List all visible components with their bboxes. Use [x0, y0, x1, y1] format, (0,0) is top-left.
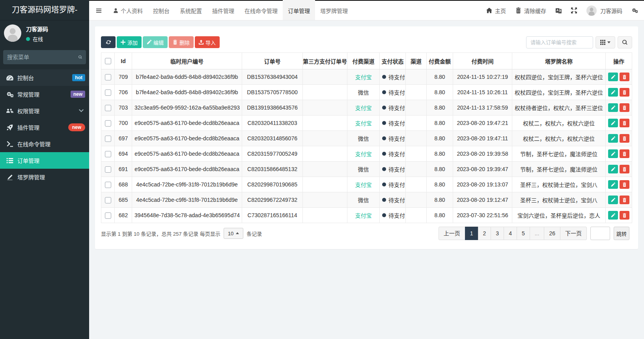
page-prev-link[interactable]: 上一页 [439, 227, 465, 240]
page-5-link[interactable]: 5 [517, 227, 530, 240]
table-row: 700e9ce0575-aa63-6170-bede-dcd8b26eaacaC… [101, 115, 632, 131]
sidebar-item-4[interactable]: 插件管理new [0, 119, 89, 136]
top-item-label: 清除缓存 [524, 7, 546, 15]
row-edit-button[interactable] [608, 149, 618, 158]
new-badge: new [71, 91, 85, 98]
tab-4[interactable]: 插件管理 [207, 1, 239, 20]
row-checkbox[interactable] [105, 166, 111, 173]
row-edit-button[interactable] [608, 165, 618, 173]
cell-tarot: 权杖待者逆位，权杖六，圣杯三逆位 [512, 100, 606, 115]
row-edit-button[interactable] [608, 88, 618, 97]
cell-user-no: e9ce0575-aa63-6170-bede-dcd8b26eaaca [132, 162, 242, 177]
language-switch[interactable] [551, 1, 566, 20]
row-checkbox[interactable] [105, 105, 111, 111]
row-delete-button[interactable] [620, 165, 629, 173]
row-delete-button[interactable] [620, 149, 629, 158]
row-checkbox[interactable] [105, 120, 111, 127]
tab-6[interactable]: 订单管理 [283, 0, 315, 20]
row-delete-button[interactable] [620, 134, 629, 143]
clear-cache-link[interactable]: 清除缓存 [511, 1, 551, 20]
sidebar-item-5[interactable]: 在线命令管理 [0, 136, 89, 152]
select-all-checkbox[interactable] [105, 58, 111, 64]
row-delete-button[interactable] [620, 103, 629, 112]
pagination: 上一页12345...26下一页 [439, 227, 587, 240]
row-edit-button[interactable] [608, 134, 618, 143]
tab-1[interactable]: 个人资料 [108, 1, 148, 20]
page-size-dropdown[interactable]: 10 [224, 228, 243, 239]
columns-dropdown-button[interactable] [595, 36, 615, 48]
tab-5[interactable]: 在线命令管理 [239, 1, 283, 20]
sidebar-item-2[interactable]: 常规管理new [0, 86, 89, 102]
page-ellipsis-link[interactable]: ... [530, 227, 545, 240]
edit-button[interactable]: 编辑 [143, 36, 168, 48]
hamburger-menu-icon[interactable] [89, 1, 108, 20]
sidebar-item-6[interactable]: 订单管理 [0, 152, 89, 169]
row-edit-button[interactable] [608, 180, 618, 189]
cell-amount: 8.80 [427, 131, 453, 146]
row-delete-button[interactable] [620, 196, 629, 204]
row-edit-button[interactable] [608, 119, 618, 127]
row-checkbox[interactable] [105, 212, 111, 219]
tab-3[interactable]: 系统配置 [175, 1, 207, 20]
sidebar-search-input[interactable] [7, 54, 78, 60]
cell-user-no: e9ce0575-aa63-6170-bede-dcd8b26eaaca [132, 131, 242, 146]
row-edit-button[interactable] [608, 211, 618, 220]
app-logo[interactable]: 刀客源码网塔罗牌- [0, 0, 89, 20]
settings-menu[interactable] [627, 1, 638, 20]
row-delete-button[interactable] [620, 119, 629, 127]
delete-button[interactable]: 删除 [169, 36, 194, 48]
sidebar-item-label: 权限管理 [17, 107, 39, 115]
page-2-link[interactable]: 2 [478, 227, 491, 240]
order-search-input[interactable] [526, 36, 593, 48]
pencil-icon [611, 198, 615, 202]
users-icon [6, 108, 13, 114]
row-delete-button[interactable] [620, 211, 629, 220]
row-checkbox[interactable] [105, 89, 111, 96]
page-jump-input[interactable] [590, 227, 610, 240]
trash-icon [622, 198, 627, 202]
row-checkbox[interactable] [105, 197, 111, 203]
cell-channel [406, 85, 427, 100]
tab-2[interactable]: 控制台 [148, 1, 175, 20]
row-checkbox[interactable] [105, 151, 111, 157]
refresh-button[interactable] [101, 36, 116, 48]
user-menu[interactable]: 刀客源码 [582, 1, 627, 20]
row-delete-button[interactable] [620, 88, 629, 97]
topbar: 个人资料控制台系统配置插件管理在线命令管理订单管理塔罗牌管理 主页清除缓存刀客源… [89, 0, 644, 20]
page-3-link[interactable]: 3 [491, 227, 504, 240]
page-jump-button[interactable]: 跳转 [614, 227, 629, 240]
row-edit-button[interactable] [608, 103, 618, 112]
home-link[interactable]: 主页 [482, 1, 511, 20]
row-edit-button[interactable] [608, 196, 618, 204]
import-button[interactable]: 导入 [195, 36, 220, 48]
row-checkbox[interactable] [105, 182, 111, 188]
trash-icon [622, 75, 627, 79]
page-4-link[interactable]: 4 [504, 227, 517, 240]
cell-id: 694 [115, 146, 132, 162]
search-button[interactable] [618, 36, 632, 48]
row-checkbox[interactable] [105, 74, 111, 80]
search-icon[interactable] [78, 54, 82, 60]
add-button[interactable]: 添加 [117, 36, 142, 48]
row-checkbox[interactable] [105, 136, 111, 142]
cell-third-no [303, 100, 347, 115]
sidebar-item-3[interactable]: 权限管理 [0, 102, 89, 119]
sidebar-item-7[interactable]: 塔罗牌管理 [0, 169, 89, 185]
tab-7[interactable]: 塔罗牌管理 [315, 1, 353, 20]
cell-pay-time: 2023-08-20 19:39:47 [453, 162, 512, 177]
cell-user-no: 4e4c5cad-72be-c9f6-31f8-7012b19b6d9e [132, 177, 242, 192]
tab-label: 在线命令管理 [245, 7, 278, 15]
row-delete-button[interactable] [620, 73, 629, 81]
row-delete-button[interactable] [620, 180, 629, 189]
page-26-link[interactable]: 26 [544, 227, 560, 240]
cell-pay-channel: 微信 [347, 192, 380, 208]
status-dot-icon [382, 121, 386, 125]
cell-pay-channel: 支付宝 [347, 100, 380, 115]
plus-icon [121, 40, 125, 45]
fullscreen-toggle[interactable] [566, 1, 582, 20]
row-edit-button[interactable] [608, 73, 618, 81]
page-1-link[interactable]: 1 [465, 227, 478, 240]
cell-pay-status: 待支付 [380, 115, 406, 131]
page-next-link[interactable]: 下一页 [560, 227, 587, 240]
sidebar-item-1[interactable]: 控制台hot [0, 69, 89, 86]
